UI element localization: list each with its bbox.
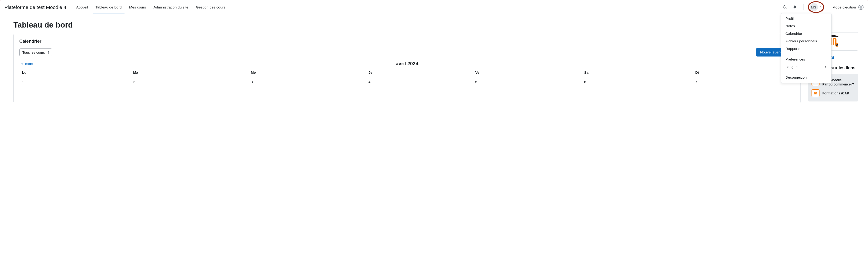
svg-line-1: [785, 8, 786, 9]
calendar-cell[interactable]: 6: [581, 77, 692, 98]
svg-point-0: [783, 5, 786, 8]
menu-separator: [781, 54, 831, 54]
search-icon[interactable]: [782, 5, 787, 10]
calendar-prev-month[interactable]: mars: [21, 62, 396, 66]
nav-dashboard[interactable]: Tableau de bord: [93, 1, 124, 13]
chevron-down-icon: [820, 5, 823, 9]
notifications-icon[interactable]: [793, 5, 797, 10]
primary-nav: Accueil Tableau de bord Mes cours Admini…: [73, 1, 228, 13]
nav-mycourses[interactable]: Mes cours: [126, 1, 149, 13]
chevron-right-icon: [825, 65, 827, 69]
weekday-header: Je: [366, 68, 473, 77]
user-dropdown: Profil Notes Calendrier Fichiers personn…: [781, 13, 832, 83]
course-filter-select[interactable]: Tous les cours ▲▼: [19, 49, 52, 56]
weekday-header: Ma: [130, 68, 248, 77]
site-brand[interactable]: Plateforme de test Moodle 4: [4, 4, 66, 10]
calendar-cell[interactable]: 4: [366, 77, 473, 98]
calendar-grid: Lu Ma Me Je Ve Sa Di 1 2 3: [19, 68, 795, 98]
calendar-cell[interactable]: 5: [472, 77, 581, 98]
calendar-cell[interactable]: 7: [692, 77, 795, 98]
page-title: Tableau de bord: [13, 21, 801, 29]
caret-left-icon: [21, 62, 23, 66]
weekday-header: Sa: [581, 68, 692, 77]
menu-privatefiles[interactable]: Fichiers personnels: [781, 37, 831, 45]
menu-logout[interactable]: Déconnexion: [781, 74, 831, 81]
select-updown-icon: ▲▼: [48, 51, 50, 54]
calendar-cell[interactable]: 2: [130, 77, 248, 98]
calendar-cell[interactable]: 1: [19, 77, 130, 98]
avatar: MG: [810, 3, 818, 11]
weekday-header: Me: [248, 68, 366, 77]
weekday-header: Lu: [19, 68, 130, 77]
nav-home[interactable]: Accueil: [73, 1, 91, 13]
calendar-month-label: avril 2024: [396, 61, 418, 66]
menu-preferences[interactable]: Préférences: [781, 56, 831, 63]
menu-language[interactable]: Langue: [781, 63, 831, 71]
weekday-header: Ve: [472, 68, 581, 77]
user-menu-toggle[interactable]: MG: [810, 3, 823, 11]
calendar-block: Calendrier Tous les cours ▲▼ Nouvel évén…: [13, 34, 801, 103]
edit-mode-toggle[interactable]: [858, 5, 864, 10]
moodle-m-icon: m: [811, 89, 819, 97]
menu-reports[interactable]: Rapports: [781, 45, 831, 53]
nav-divider: [803, 4, 804, 10]
weekday-header: Di: [692, 68, 795, 77]
edit-mode-label: Mode d'édition: [833, 5, 856, 9]
nav-coursemgmt[interactable]: Gestion des cours: [193, 1, 228, 13]
calendar-cell[interactable]: 3: [248, 77, 366, 98]
menu-grades[interactable]: Notes: [781, 22, 831, 30]
menu-calendar[interactable]: Calendrier: [781, 30, 831, 37]
quick-link-formations[interactable]: m Formations iCAP: [811, 88, 856, 99]
menu-profile[interactable]: Profil: [781, 15, 831, 22]
calendar-block-title: Calendrier: [19, 39, 795, 44]
nav-siteadmin[interactable]: Administration du site: [151, 1, 191, 13]
